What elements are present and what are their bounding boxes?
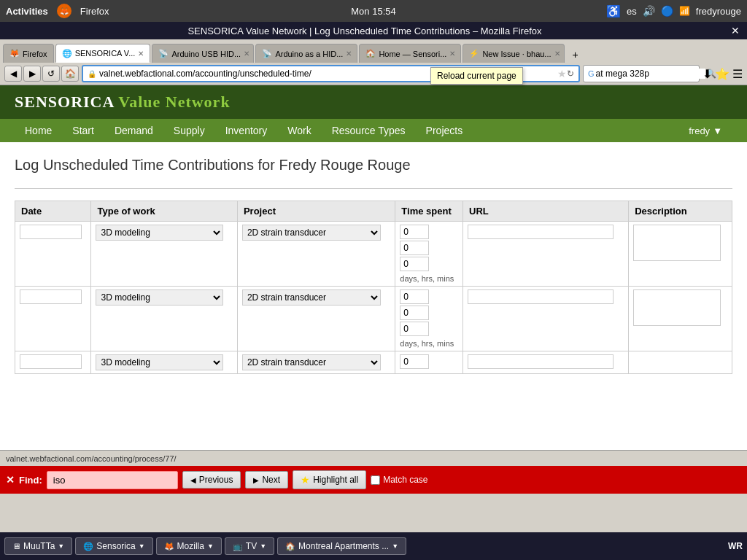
tab-arduino-hid[interactable]: 📡 Arduino as a HID... ✕ bbox=[255, 44, 357, 63]
volume-icon[interactable]: 🔊 bbox=[643, 5, 655, 17]
activities-button[interactable]: Activities bbox=[6, 6, 48, 17]
tab-label: Firefox bbox=[23, 50, 47, 58]
search-box: G 🔍 bbox=[583, 65, 700, 82]
home-button[interactable]: 🏠 bbox=[61, 66, 79, 82]
close-find-button[interactable]: ✕ bbox=[6, 474, 15, 486]
time-days-input[interactable] bbox=[400, 225, 429, 239]
downloads-icon[interactable]: ⬇ bbox=[703, 67, 712, 81]
nav-work[interactable]: Work bbox=[277, 119, 321, 142]
nav-demand[interactable]: Demand bbox=[104, 119, 163, 142]
find-input[interactable] bbox=[47, 471, 178, 489]
back-button[interactable]: ◀ bbox=[4, 66, 22, 82]
taskbar-sensorica-label: Sensorica bbox=[96, 541, 135, 551]
bookmark-icon[interactable]: ★ bbox=[557, 68, 567, 79]
url-input[interactable] bbox=[468, 354, 614, 369]
description-cell bbox=[629, 287, 732, 351]
date-cell bbox=[15, 287, 91, 351]
page-title: Log Unscheduled Time Contributions for F… bbox=[15, 157, 732, 174]
page-content: Log Unscheduled Time Contributions for F… bbox=[0, 142, 747, 389]
browser-content: SENSORICA Value Network Home Start Deman… bbox=[0, 85, 747, 450]
work-type-select[interactable]: 3D modeling bbox=[96, 354, 223, 370]
address-bar-row: ◀ ▶ ↺ 🏠 🔒 ★ ↻ G 🔍 ⬇ ⭐ ☰ bbox=[0, 63, 747, 85]
tab-sensorica[interactable]: 🌐 SENSORICA V... ✕ bbox=[55, 44, 151, 63]
window-close-button[interactable]: ✕ bbox=[727, 25, 744, 36]
tab-icon: ⚡ bbox=[469, 49, 479, 58]
network-icon: 📶 bbox=[679, 6, 690, 16]
nav-home[interactable]: Home bbox=[15, 119, 62, 142]
nav-resource-types[interactable]: Resource Types bbox=[322, 119, 416, 142]
time-days-input[interactable] bbox=[400, 289, 429, 304]
nav-projects[interactable]: Projects bbox=[416, 119, 473, 142]
time-days-input[interactable] bbox=[400, 354, 429, 369]
col-header-date: Date bbox=[15, 201, 91, 222]
tab-close-button[interactable]: ✕ bbox=[554, 50, 560, 58]
taskbar-tv[interactable]: 📺 TV ▼ bbox=[225, 537, 274, 555]
site-header: SENSORICA Value Network bbox=[0, 85, 747, 119]
nav-start[interactable]: Start bbox=[62, 119, 104, 142]
reload-tooltip: Reload current page bbox=[430, 67, 523, 85]
taskbar-sensorica[interactable]: 🌐 Sensorica ▼ bbox=[75, 537, 152, 555]
search-input[interactable] bbox=[596, 69, 705, 79]
taskbar-montreal[interactable]: 🏠 Montreal Apartments ... ▼ bbox=[277, 537, 406, 555]
tab-arduino-usb[interactable]: 📡 Arduino USB HID... ✕ bbox=[152, 44, 254, 63]
project-select[interactable]: 2D strain transducer Other Project bbox=[242, 225, 381, 241]
description-input[interactable] bbox=[633, 225, 721, 261]
forward-button[interactable]: ▶ bbox=[23, 66, 41, 82]
bluetooth-icon[interactable]: 🔵 bbox=[661, 5, 673, 17]
project-cell: 2D strain transducer bbox=[237, 351, 395, 374]
highlight-all-button[interactable]: ★ Highlight all bbox=[293, 470, 366, 489]
date-input[interactable] bbox=[20, 354, 82, 369]
tab-issue[interactable]: ⚡ New Issue · bhau... ✕ bbox=[462, 44, 565, 63]
project-select[interactable]: 2D strain transducer bbox=[242, 354, 381, 370]
work-type-select[interactable]: 3D modeling Design Programming bbox=[96, 225, 223, 241]
find-label: Find: bbox=[19, 475, 42, 486]
window-title: SENSORICA Value Network | Log Unschedule… bbox=[3, 26, 727, 36]
menu-icon[interactable]: ☰ bbox=[732, 67, 743, 81]
url-input[interactable] bbox=[468, 225, 614, 239]
nav-supply[interactable]: Supply bbox=[163, 119, 215, 142]
site-title: SENSORICA Value Network bbox=[15, 93, 732, 112]
time-cell: days, hrs, mins bbox=[395, 222, 463, 287]
new-tab-button[interactable]: + bbox=[566, 47, 584, 63]
refresh-icon[interactable]: ↻ bbox=[567, 69, 574, 79]
wr-badge: WR bbox=[728, 541, 743, 551]
description-input[interactable] bbox=[633, 289, 721, 326]
work-type-select[interactable]: 3D modeling Design Programming bbox=[96, 289, 223, 306]
firefox-logo[interactable]: 🦊 bbox=[57, 4, 71, 18]
date-input[interactable] bbox=[20, 225, 82, 239]
taskbar-muutta[interactable]: 🖥 MuuTTa ▼ bbox=[4, 537, 72, 555]
nav-user-menu[interactable]: fredy ▼ bbox=[678, 120, 732, 142]
bookmarks-icon[interactable]: ⭐ bbox=[715, 67, 729, 81]
tab-home[interactable]: 🏠 Home — Sensori... ✕ bbox=[359, 44, 461, 63]
time-hrs-input[interactable] bbox=[400, 241, 429, 255]
description-cell bbox=[629, 351, 732, 374]
tab-firefox[interactable]: 🦊 Firefox bbox=[3, 44, 54, 63]
tab-close-button[interactable]: ✕ bbox=[138, 50, 144, 58]
next-arrow-icon: ▶ bbox=[253, 476, 259, 484]
nav-inventory[interactable]: Inventory bbox=[215, 119, 278, 142]
url-cell bbox=[463, 351, 629, 374]
tab-close-button[interactable]: ✕ bbox=[346, 50, 352, 58]
find-next-button[interactable]: ▶ Next bbox=[245, 471, 288, 489]
date-input[interactable] bbox=[20, 289, 82, 304]
tab-close-button[interactable]: ✕ bbox=[449, 50, 455, 58]
tab-icon: 🌐 bbox=[62, 49, 72, 58]
match-case-checkbox[interactable] bbox=[371, 475, 380, 485]
time-mins-input[interactable] bbox=[400, 257, 429, 271]
time-hrs-input[interactable] bbox=[400, 306, 429, 320]
match-case-area: Match case bbox=[371, 475, 427, 485]
tab-close-button[interactable]: ✕ bbox=[244, 50, 249, 58]
url-input[interactable] bbox=[468, 289, 614, 304]
tab-label: New Issue · bhau... bbox=[482, 50, 551, 58]
url-cell bbox=[463, 287, 629, 351]
project-select[interactable]: 2D strain transducer Other Project bbox=[242, 289, 381, 306]
taskbar-muutta-label: MuuTTa bbox=[23, 541, 55, 551]
reload-button[interactable]: ↺ bbox=[42, 66, 60, 82]
muutta-icon: 🖥 bbox=[12, 542, 20, 551]
browser-label: Firefox bbox=[80, 6, 109, 17]
taskbar-dropdown-arrow: ▼ bbox=[392, 542, 398, 550]
find-previous-button[interactable]: ◀ Previous bbox=[182, 471, 241, 489]
taskbar-dropdown-arrow: ▼ bbox=[58, 542, 64, 550]
time-mins-input[interactable] bbox=[400, 322, 429, 336]
taskbar-mozilla[interactable]: 🦊 Mozilla ▼ bbox=[156, 537, 222, 555]
